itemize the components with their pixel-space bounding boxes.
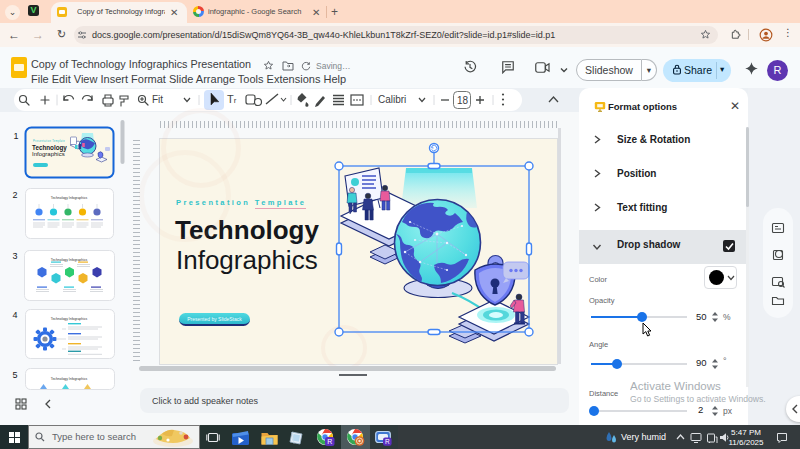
svg-text:2: 2 (12, 190, 17, 200)
svg-text:R: R (385, 438, 390, 445)
svg-text:Technology Infographics: Technology Infographics (51, 258, 88, 262)
svg-text:1: 1 (13, 131, 18, 141)
svg-text:Tr: Tr (227, 93, 237, 105)
svg-text:4: 4 (12, 310, 17, 320)
svg-text:Fit: Fit (152, 94, 163, 105)
svg-text:Technology Infographics: Technology Infographics (51, 196, 88, 200)
svg-text:Technology Infographics: Technology Infographics (51, 377, 88, 381)
svg-text:Technology Infographics: Technology Infographics (51, 317, 88, 321)
svg-text:5: 5 (12, 370, 17, 380)
svg-text:Infographics: Infographics (32, 151, 65, 157)
svg-text:Presentation Template: Presentation Template (33, 139, 65, 143)
svg-text:3: 3 (12, 251, 17, 261)
svg-text:Calibri: Calibri (378, 94, 406, 105)
svg-text:R: R (327, 438, 332, 445)
svg-text:18: 18 (457, 95, 469, 106)
